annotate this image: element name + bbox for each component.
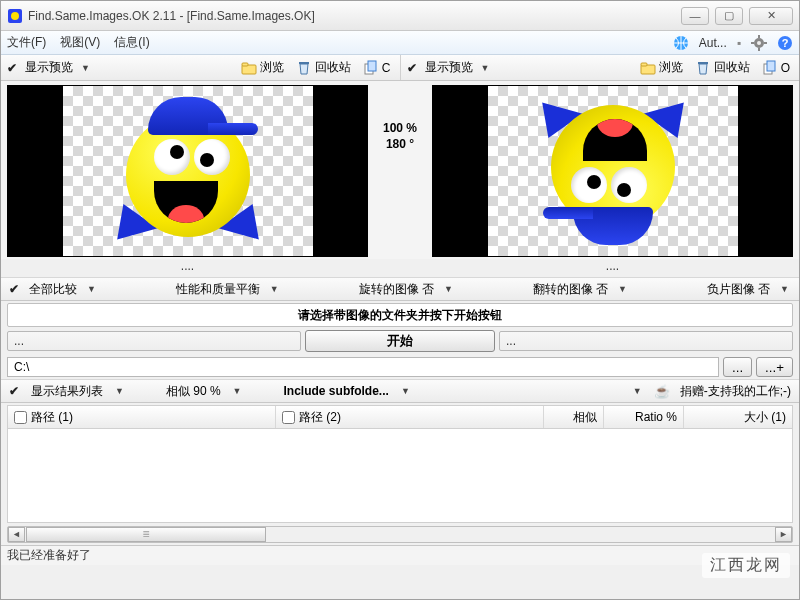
option-negative-images[interactable]: 负片图像 否 [707, 281, 770, 298]
folder-icon [640, 60, 656, 76]
menu-view[interactable]: 视图(V) [60, 34, 100, 51]
filter-similarity[interactable]: 相似 90 % [166, 383, 221, 400]
browse-button-right[interactable]: 浏览 [637, 58, 686, 77]
chevron-down-icon[interactable]: ▼ [87, 284, 96, 294]
column-ratio[interactable]: Ratio % [604, 406, 684, 428]
scrollbar-thumb[interactable]: ≡ [26, 527, 266, 542]
recycle-bin-button-right[interactable]: 回收站 [692, 58, 753, 77]
option-compare-all[interactable]: 全部比较 [29, 281, 77, 298]
preview-image-right [488, 86, 738, 256]
scroll-right-button[interactable]: ► [775, 527, 792, 542]
option-perf-quality[interactable]: 性能和质量平衡 [176, 281, 260, 298]
chevron-down-icon[interactable]: ▼ [115, 386, 124, 396]
copy-button-left[interactable]: C [360, 59, 394, 77]
column-path1[interactable]: 路径 (1) [8, 406, 276, 428]
minimize-button[interactable]: — [681, 7, 709, 25]
compare-options-row: ✔ 全部比较 ▼ 性能和质量平衡 ▼ 旋转的图像 否 ▼ 翻转的图像 否 ▼ 负… [1, 277, 799, 301]
recycle-bin-button-left[interactable]: 回收站 [293, 58, 354, 77]
svg-rect-12 [242, 63, 248, 66]
chevron-down-icon[interactable]: ▼ [81, 63, 90, 73]
preview-toolbar: ✔ 显示预览 ▼ 浏览 回收站 C ✔ 显示预览 ▼ 浏览 回收站 [1, 55, 799, 81]
folder-field-right[interactable]: ... [499, 331, 793, 351]
svg-rect-17 [641, 63, 647, 66]
option-flipped-images[interactable]: 翻转的图像 否 [533, 281, 608, 298]
preview-pane-right[interactable] [432, 85, 793, 257]
svg-rect-15 [368, 61, 376, 71]
svg-text:?: ? [782, 37, 789, 49]
chevron-down-icon[interactable]: ▼ [618, 284, 627, 294]
show-preview-label-left[interactable]: 显示预览 [25, 59, 73, 76]
results-table-header: 路径 (1) 路径 (2) 相似 Ratio % 大小 (1) [7, 405, 793, 429]
select-all-checkbox-2[interactable] [282, 411, 295, 424]
horizontal-scrollbar[interactable]: ◄ ≡ ► [7, 526, 793, 543]
column-size1[interactable]: 大小 (1) [684, 406, 792, 428]
preview-toolbar-left: ✔ 显示预览 ▼ 浏览 回收站 C [1, 55, 401, 80]
window-titlebar: Find.Same.Images.OK 2.11 - [Find.Same.Im… [1, 1, 799, 31]
path-row: C:\ ... ...+ [1, 355, 799, 379]
window-title: Find.Same.Images.OK 2.11 - [Find.Same.Im… [28, 9, 681, 23]
chevron-down-icon[interactable]: ▼ [233, 386, 242, 396]
folder-select-row: ... 开始 ... [1, 327, 799, 355]
add-path-button[interactable]: ...+ [756, 357, 793, 377]
recycle-bin-icon [695, 60, 711, 76]
column-similar[interactable]: 相似 [544, 406, 604, 428]
preview-toolbar-right: ✔ 显示预览 ▼ 浏览 回收站 O [401, 55, 800, 80]
checkmark-icon: ✔ [9, 384, 19, 398]
rotation-value: 180 ° [386, 137, 414, 151]
path-input[interactable]: C:\ [7, 357, 719, 377]
folder-field-left[interactable]: ... [7, 331, 301, 351]
status-text: 我已经准备好了 [7, 547, 91, 564]
svg-rect-6 [758, 48, 760, 51]
svg-rect-13 [299, 62, 309, 64]
menu-file[interactable]: 文件(F) [7, 34, 46, 51]
svg-rect-18 [698, 62, 708, 64]
filter-include-subfolders[interactable]: Include subfolde... [284, 384, 389, 398]
menubar: 文件(F) 视图(V) 信息(I) Aut... ▪ ? [1, 31, 799, 55]
coffee-icon: ☕ [654, 384, 670, 399]
app-icon [7, 8, 23, 24]
select-all-checkbox-1[interactable] [14, 411, 27, 424]
chevron-down-icon[interactable]: ▼ [633, 386, 642, 396]
close-button[interactable]: ✕ [749, 7, 793, 25]
globe-icon[interactable] [673, 35, 689, 51]
chevron-down-icon[interactable]: ▼ [401, 386, 410, 396]
maximize-button[interactable]: ▢ [715, 7, 743, 25]
menu-auto[interactable]: Aut... [699, 36, 727, 50]
preview-area: 100 % 180 ° [1, 81, 799, 259]
column-path2[interactable]: 路径 (2) [276, 406, 544, 428]
menu-info[interactable]: 信息(I) [114, 34, 149, 51]
gear-icon[interactable] [751, 35, 767, 51]
start-button[interactable]: 开始 [305, 330, 495, 352]
open-icon [762, 60, 778, 76]
chevron-down-icon[interactable]: ▼ [481, 63, 490, 73]
filter-show-results[interactable]: 显示结果列表 [31, 383, 103, 400]
horizontal-scrollbar-wrap: ◄ ≡ ► [1, 525, 799, 545]
preview-pane-left[interactable] [7, 85, 368, 257]
zoom-value: 100 % [383, 121, 417, 135]
chevron-down-icon[interactable]: ▼ [444, 284, 453, 294]
donate-link[interactable]: 捐赠-支持我的工作;-) [680, 383, 791, 400]
help-icon[interactable]: ? [777, 35, 793, 51]
watermark: 江西龙网 [702, 553, 790, 578]
chevron-down-icon[interactable]: ▼ [780, 284, 789, 294]
svg-point-4 [757, 41, 761, 45]
svg-rect-20 [767, 61, 775, 71]
browse-path-button[interactable]: ... [723, 357, 752, 377]
results-table-body[interactable] [7, 429, 793, 523]
svg-rect-7 [751, 42, 754, 44]
status-bar: 我已经准备好了 [1, 545, 799, 565]
option-rotated-images[interactable]: 旋转的图像 否 [359, 281, 434, 298]
open-button-right[interactable]: O [759, 59, 793, 77]
browse-button-left[interactable]: 浏览 [238, 58, 287, 77]
results-filter-row: ✔ 显示结果列表 ▼ 相似 90 % ▼ Include subfolde...… [1, 379, 799, 403]
filename-left: .... [1, 259, 374, 277]
preview-image-left [63, 86, 313, 256]
show-preview-label-right[interactable]: 显示预览 [425, 59, 473, 76]
checkmark-icon: ✔ [407, 61, 417, 75]
checkmark-icon: ✔ [9, 282, 19, 296]
folder-icon [241, 60, 257, 76]
zoom-rotation-panel: 100 % 180 ° [374, 81, 426, 259]
scroll-left-button[interactable]: ◄ [8, 527, 25, 542]
chevron-down-icon[interactable]: ▼ [270, 284, 279, 294]
checkmark-icon: ✔ [7, 61, 17, 75]
